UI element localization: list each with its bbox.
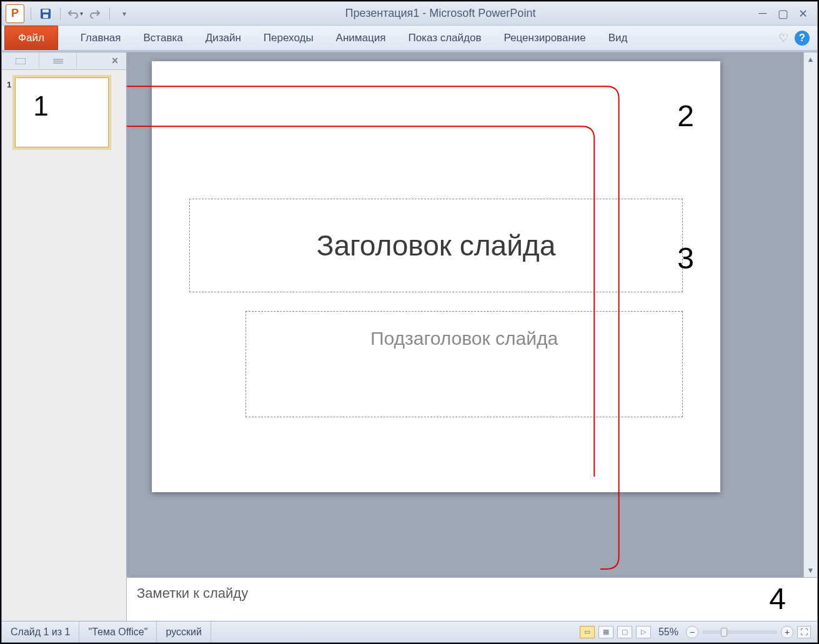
outline-tab-icon[interactable] bbox=[39, 52, 77, 69]
annotation-1: 1 bbox=[33, 91, 48, 122]
separator bbox=[31, 7, 31, 20]
dropdown-arrow-icon[interactable]: ▾ bbox=[80, 10, 83, 17]
thumbnail-list: 1 1 bbox=[2, 70, 126, 621]
powerpoint-logo-icon[interactable]: P bbox=[6, 4, 24, 23]
minimize-icon[interactable]: ─ bbox=[756, 7, 770, 21]
save-icon[interactable] bbox=[37, 6, 54, 22]
status-right-cluster: ▭ ▦ ▢ ▷ 55% − + ⛶ bbox=[580, 626, 817, 638]
collapse-ribbon-icon[interactable]: ♡ bbox=[778, 31, 788, 45]
status-language[interactable]: русский bbox=[157, 622, 211, 642]
center-panel: 2 Заголовок слайда 3 Подзаголовок слайда bbox=[127, 52, 817, 621]
status-theme[interactable]: "Тема Office" bbox=[79, 622, 157, 642]
thumbnail-pane: × 1 1 bbox=[2, 52, 127, 621]
zoom-percentage[interactable]: 55% bbox=[658, 627, 678, 638]
tab-home[interactable]: Главная bbox=[69, 26, 132, 50]
customize-qat-icon[interactable]: ▾ bbox=[116, 6, 132, 22]
scroll-down-icon[interactable]: ▼ bbox=[807, 566, 815, 575]
title-placeholder[interactable]: Заголовок слайда bbox=[189, 199, 683, 292]
close-icon[interactable]: ✕ bbox=[796, 7, 810, 21]
normal-view-icon[interactable]: ▭ bbox=[580, 626, 595, 638]
separator bbox=[60, 7, 61, 20]
app-window: P ▾ ▾ Презентация1 - Microsoft PowerPoin… bbox=[1, 1, 818, 643]
subtitle-placeholder[interactable]: Подзаголовок слайда bbox=[246, 311, 683, 417]
notes-pane[interactable]: Заметки к слайду 4 bbox=[127, 577, 817, 621]
tab-transitions[interactable]: Переходы bbox=[252, 26, 325, 50]
subtitle-placeholder-text: Подзаголовок слайда bbox=[370, 328, 558, 349]
svg-rect-1 bbox=[42, 9, 49, 12]
separator bbox=[109, 7, 110, 20]
slide-thumbnail[interactable]: 1 bbox=[15, 77, 109, 147]
maximize-icon[interactable]: ▢ bbox=[776, 7, 790, 21]
svg-rect-2 bbox=[43, 14, 48, 18]
scroll-up-icon[interactable]: ▲ bbox=[807, 55, 815, 64]
tab-animations[interactable]: Анимация bbox=[325, 26, 397, 50]
zoom-slider[interactable] bbox=[702, 630, 777, 634]
annotation-4: 4 bbox=[769, 582, 786, 616]
close-pane-icon[interactable]: × bbox=[104, 54, 126, 67]
side-pane-tabs: × bbox=[2, 52, 126, 70]
tab-file[interactable]: Файл bbox=[4, 26, 58, 50]
tab-insert[interactable]: Вставка bbox=[132, 26, 194, 50]
svg-rect-3 bbox=[16, 58, 26, 64]
ribbon-tabs: Файл Главная Вставка Дизайн Переходы Ани… bbox=[2, 26, 817, 52]
status-bar: Слайд 1 из 1 "Тема Office" русский ▭ ▦ ▢… bbox=[2, 621, 817, 642]
reading-view-icon[interactable]: ▢ bbox=[617, 626, 632, 638]
annotation-2: 2 bbox=[677, 99, 694, 133]
notes-placeholder-text: Заметки к слайду bbox=[137, 585, 248, 602]
work-area: × 1 1 2 Заголовок слайда bbox=[2, 52, 817, 621]
zoom-out-icon[interactable]: − bbox=[686, 626, 698, 638]
annotation-3: 3 bbox=[677, 241, 694, 275]
redo-icon[interactable] bbox=[87, 6, 103, 22]
tab-design[interactable]: Дизайн bbox=[194, 26, 252, 50]
quick-access-toolbar: ▾ ▾ bbox=[28, 6, 132, 22]
tab-review[interactable]: Рецензирование bbox=[492, 26, 597, 50]
title-bar: P ▾ ▾ Презентация1 - Microsoft PowerPoin… bbox=[2, 2, 817, 26]
vertical-scrollbar[interactable]: ▲ ▼ bbox=[803, 52, 817, 577]
tab-slideshow[interactable]: Показ слайдов bbox=[397, 26, 492, 50]
fit-to-window-icon[interactable]: ⛶ bbox=[797, 626, 811, 638]
undo-icon[interactable]: ▾ bbox=[67, 6, 83, 22]
tab-view[interactable]: Вид bbox=[597, 26, 639, 50]
status-slide-count[interactable]: Слайд 1 из 1 bbox=[2, 622, 79, 642]
slide-canvas[interactable]: 2 Заголовок слайда 3 Подзаголовок слайда bbox=[152, 61, 720, 492]
slideshow-view-icon[interactable]: ▷ bbox=[636, 626, 651, 638]
zoom-in-icon[interactable]: + bbox=[781, 626, 793, 638]
window-title: Презентация1 - Microsoft PowerPoint bbox=[132, 7, 748, 20]
slides-tab-icon[interactable] bbox=[2, 52, 39, 69]
slide-edit-area: 2 Заголовок слайда 3 Подзаголовок слайда bbox=[127, 52, 803, 577]
sorter-view-icon[interactable]: ▦ bbox=[598, 626, 613, 638]
window-controls: ─ ▢ ✕ bbox=[748, 7, 817, 21]
thumbnail-item[interactable]: 1 1 bbox=[7, 77, 121, 147]
title-placeholder-text: Заголовок слайда bbox=[317, 229, 556, 262]
help-icon[interactable]: ? bbox=[795, 31, 810, 46]
thumbnail-number: 1 bbox=[7, 77, 11, 89]
zoom-slider-knob[interactable] bbox=[721, 628, 727, 637]
